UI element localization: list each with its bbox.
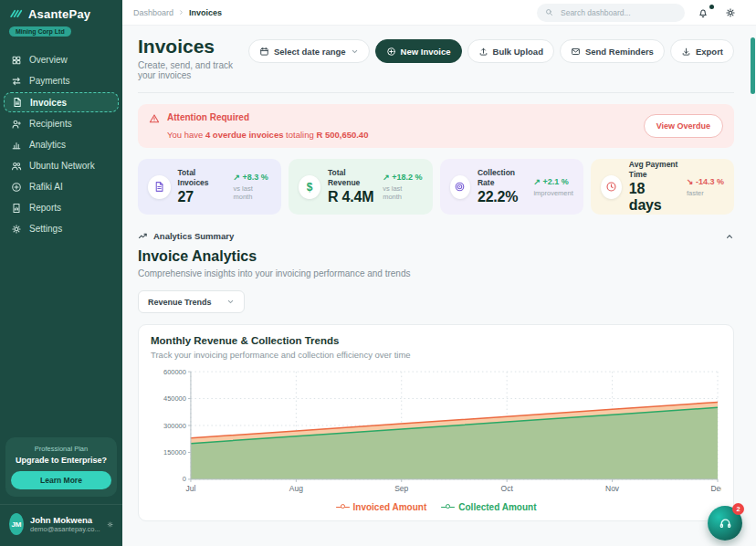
stat-label: Avg Payment Time — [629, 160, 679, 178]
users-icon — [11, 161, 22, 172]
chevron-right-icon — [178, 9, 184, 16]
user-email: demo@asantepay.co... — [30, 525, 100, 533]
stat-cards: Total Invoices27↗ +8.3 %vs last month$To… — [138, 159, 734, 215]
svg-text:Dec: Dec — [710, 484, 721, 493]
sidebar-item-settings[interactable]: Settings — [0, 218, 122, 239]
chart-type-select[interactable]: Revenue Trends — [138, 290, 245, 313]
stat-card-total-invoices: Total Invoices27↗ +8.3 %vs last month — [138, 159, 281, 215]
sidebar-item-payments[interactable]: Payments — [0, 70, 122, 91]
headset-icon — [719, 517, 732, 530]
user-profile[interactable]: JM John Mokwena demo@asantepay.co... — [0, 504, 122, 546]
sidebar: AsantePay Mining Corp Ltd OverviewPaymen… — [0, 0, 122, 546]
sidebar-item-recipients[interactable]: Recipients — [0, 113, 122, 134]
legend-item-collected-amount[interactable]: Collected Amount — [441, 502, 536, 512]
search-bar[interactable] — [537, 4, 685, 22]
bulk-upload-button[interactable]: Bulk Upload — [467, 39, 554, 63]
user-plus-icon — [11, 119, 22, 130]
dollar-icon: $ — [307, 181, 313, 194]
report-icon — [11, 203, 22, 214]
notification-dot — [709, 5, 714, 9]
revenue-chart[interactable]: 0150000300000450000600000JulAugSepOctNov… — [151, 366, 721, 501]
chevron-up-icon[interactable] — [725, 232, 734, 241]
support-fab[interactable]: 2 — [708, 506, 742, 541]
stat-value: 18 days — [629, 181, 679, 214]
mail-icon — [571, 47, 581, 57]
page-title: Invoices — [138, 37, 248, 57]
analytics-summary-label: Analytics Summary — [153, 231, 234, 241]
stat-label: Total Revenue — [328, 168, 375, 186]
notifications-button[interactable] — [698, 7, 709, 18]
send-reminders-button[interactable]: Send Reminders — [560, 39, 665, 63]
stat-value: R 4.4M — [328, 189, 375, 205]
avatar: JM — [9, 513, 24, 535]
stat-icon-circle: $ — [299, 175, 320, 199]
target-icon — [454, 181, 466, 193]
org-badge: Mining Corp Ltd — [9, 26, 71, 37]
new-invoice-button[interactable]: New Invoice — [375, 39, 462, 63]
date-range-button[interactable]: Select date range — [248, 39, 370, 63]
sidebar-item-analytics[interactable]: Analytics — [0, 134, 122, 155]
chart-subtitle: Track your invoicing performance and col… — [151, 350, 721, 360]
sidebar-item-overview[interactable]: Overview — [0, 49, 122, 70]
legend-item-invoiced-amount[interactable]: Invoiced Amount — [336, 502, 427, 512]
svg-text:Oct: Oct — [501, 484, 514, 493]
sidebar-item-reports[interactable]: Reports — [0, 197, 122, 218]
header-divider — [138, 92, 734, 93]
attention-banner: Attention Required You have 4 overdue in… — [138, 104, 734, 148]
learn-more-button[interactable]: Learn More — [11, 471, 111, 489]
stat-icon-circle — [148, 175, 171, 199]
gear-icon[interactable] — [725, 7, 736, 18]
stat-subtext: improvement — [533, 189, 572, 197]
date-range-label: Select date range — [274, 47, 346, 57]
user-settings-icon[interactable] — [107, 520, 113, 530]
chart-card: Monthly Revenue & Collection Trends Trac… — [138, 324, 734, 521]
scrollbar-thumb[interactable] — [751, 37, 755, 94]
invoice-icon — [12, 97, 23, 108]
breadcrumb-current: Invoices — [189, 8, 222, 17]
view-overdue-button[interactable]: View Overdue — [644, 114, 723, 138]
sidebar-item-label: Settings — [29, 224, 62, 234]
search-input[interactable] — [559, 7, 677, 18]
svg-text:Jul: Jul — [186, 484, 196, 493]
download-icon — [681, 47, 691, 57]
legend-label: Invoiced Amount — [353, 502, 427, 512]
page-subtitle: Create, send, and track your invoices — [138, 60, 248, 80]
slashes-icon — [9, 7, 23, 21]
stat-label: Total Invoices — [178, 168, 226, 186]
brand-logo: AsantePay — [0, 0, 122, 23]
analytics-summary-toggle[interactable]: Analytics Summary — [138, 231, 734, 241]
topbar: Dashboard Invoices — [122, 0, 756, 26]
stat-card-avg-payment-time: Avg Payment Time18 days↘ -14.3 %faster — [591, 159, 734, 215]
stat-delta: ↘ -14.3 % — [687, 177, 724, 186]
sidebar-item-label: Ubuntu Network — [29, 161, 95, 171]
svg-text:600000: 600000 — [163, 368, 186, 376]
stat-subtext: vs last month — [234, 184, 272, 201]
stat-delta: ↗ +18.2 % — [383, 173, 422, 182]
bar-chart-icon — [11, 140, 22, 151]
chart-legend: Invoiced AmountCollected Amount — [151, 502, 721, 512]
ai-icon — [11, 182, 22, 193]
grid-icon — [11, 55, 22, 66]
sidebar-item-label: Analytics — [29, 140, 66, 150]
plus-circle-icon — [386, 47, 396, 57]
plan-tier: Professional Plan — [11, 445, 111, 453]
export-button[interactable]: Export — [670, 39, 734, 63]
stat-label: Collection Rate — [478, 168, 526, 186]
legend-label: Collected Amount — [458, 502, 536, 512]
alert-message: You have 4 overdue invoices totaling R 5… — [167, 130, 368, 140]
sidebar-item-invoices[interactable]: Invoices — [4, 92, 119, 112]
sidebar-item-label: Recipients — [29, 119, 72, 129]
alert-title: Attention Required — [167, 112, 368, 122]
chevron-down-icon — [226, 298, 235, 306]
breadcrumb-dashboard[interactable]: Dashboard — [133, 8, 173, 17]
svg-text:450000: 450000 — [163, 394, 186, 403]
analytics-title: Invoice Analytics — [138, 248, 734, 265]
header-actions: Select date rangeNew InvoiceBulk UploadS… — [248, 39, 734, 63]
stat-icon-circle — [601, 175, 622, 199]
transfer-icon — [11, 76, 22, 87]
calendar-icon — [259, 47, 269, 57]
sidebar-item-rafiki-ai[interactable]: Rafiki AI — [0, 176, 122, 197]
user-name: John Mokwena — [30, 515, 100, 525]
scrollbar — [751, 26, 755, 546]
sidebar-item-ubuntu-network[interactable]: Ubuntu Network — [0, 155, 122, 176]
